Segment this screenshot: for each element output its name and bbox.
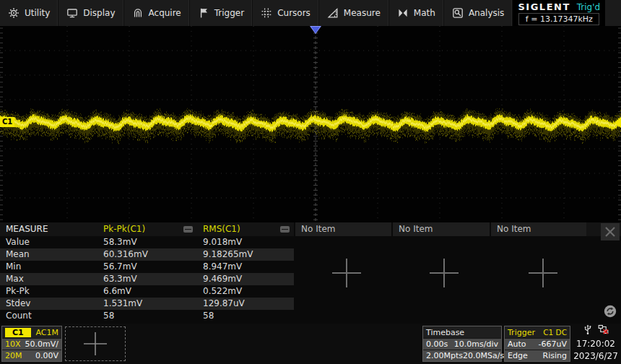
display-icon	[66, 7, 78, 19]
measure-value: 1.531mV	[97, 298, 197, 310]
remove-measurement-button[interactable]	[183, 226, 193, 233]
measure-value: 56.7mV	[97, 261, 197, 273]
trigger-level-marker[interactable]	[615, 118, 621, 128]
measure-row-stdev: Stdev1.531mV129.87uV	[0, 298, 621, 310]
menu-item-label: Analysis	[469, 8, 504, 18]
timebase-sample-rate: 20.0MSa/s	[463, 351, 504, 360]
waveform-screen[interactable]: C1	[0, 26, 621, 222]
measure-value	[294, 236, 391, 248]
acquire-icon	[132, 7, 144, 19]
measure-row-label: Count	[0, 310, 97, 322]
empty-measurement-slot[interactable]: No Item	[391, 222, 490, 236]
measure-row-label: Max	[0, 273, 97, 285]
measure-header-row: MEASUREPk-Pk(C1)RMS(C1)No ItemNo ItemNo …	[0, 222, 621, 236]
measurement-column-label: No Item	[399, 224, 433, 234]
menu-item-label: Utility	[25, 8, 50, 18]
close-button[interactable]	[601, 223, 620, 240]
measure-row-value: Value58.3mV9.018mV	[0, 236, 621, 248]
measure-value: 0.522mV	[197, 285, 294, 298]
measure-value	[490, 236, 586, 248]
timebase-box[interactable]: Timebase 0.00s 10.0ms/div 2.00Mpts 20.0M…	[422, 326, 502, 362]
measure-value	[391, 310, 490, 322]
cursors-icon	[261, 7, 272, 19]
measure-value: 9.18265mV	[197, 248, 294, 261]
trigger-level: -667uV	[539, 339, 567, 349]
measure-value	[490, 310, 586, 322]
remove-measurement-button[interactable]	[280, 226, 290, 233]
menu-item-label: Cursors	[277, 8, 310, 18]
measure-row-label: Min	[0, 261, 97, 273]
measure-value	[490, 298, 586, 310]
channel-badge: C1	[5, 328, 31, 337]
menu-item-label: Trigger	[214, 8, 244, 18]
timebase-scale: 10.0ms/div	[454, 339, 498, 349]
measure-panel: MEASUREPk-Pk(C1)RMS(C1)No ItemNo ItemNo …	[0, 222, 621, 324]
menu-item-trigger[interactable]: Trigger	[190, 0, 253, 26]
menu-item-label: Measure	[344, 8, 381, 18]
system-status: 17:20:02 2023/6/27	[572, 324, 620, 363]
trigger-label: Trigger	[508, 328, 535, 337]
brand-block: SIGLENT Trig'd f = 13.17347kHz	[513, 0, 605, 26]
reset-statistics-button[interactable]	[604, 305, 617, 318]
measurement-column-label: No Item	[301, 224, 335, 234]
add-measurement-button[interactable]	[526, 256, 560, 290]
measurement-column-label: RMS(C1)	[203, 224, 240, 234]
measure-value: 58	[97, 310, 197, 322]
measurement-column-header[interactable]: RMS(C1)	[197, 222, 294, 236]
c1-waveform-trace	[0, 26, 621, 222]
frequency-readout: f = 13.17347kHz	[518, 13, 599, 25]
add-measurement-button[interactable]	[427, 256, 461, 290]
measure-value: 58	[197, 310, 294, 322]
add-measurement-button[interactable]	[330, 256, 363, 290]
measure-row-count: Count5858	[0, 310, 621, 322]
trigger-mode: Auto	[508, 339, 526, 349]
menu-item-cursors[interactable]: Cursors	[253, 0, 319, 26]
menu-item-utility[interactable]: Utility	[0, 0, 58, 26]
measure-row-label: Value	[0, 236, 97, 248]
measure-value	[294, 298, 391, 310]
channel-coupling: AC1M	[35, 328, 58, 337]
clock-date: 2023/6/27	[573, 351, 618, 362]
menu-item-acquire[interactable]: Acquire	[124, 0, 190, 26]
menu-bar: UtilityDisplayAcquireTriggerCursorsMeasu…	[0, 0, 621, 26]
oscilloscope-ui: UtilityDisplayAcquireTriggerCursorsMeasu…	[0, 0, 621, 364]
empty-measurement-slot[interactable]: No Item	[490, 222, 586, 236]
menu-item-math[interactable]: Math	[389, 0, 444, 26]
menu-item-label: Math	[414, 8, 435, 18]
measure-value: 129.87uV	[197, 298, 294, 310]
empty-measurement-slot[interactable]: No Item	[294, 222, 391, 236]
menu-item-measure[interactable]: Measure	[319, 0, 389, 26]
measure-row-label: Pk-Pk	[0, 285, 97, 298]
timebase-memory: 2.00Mpts	[426, 351, 463, 360]
menu-item-analysis[interactable]: Analysis	[444, 0, 513, 26]
measure-value: 58.3mV	[97, 236, 197, 248]
measure-row-label: Stdev	[0, 298, 97, 310]
measurement-column-header[interactable]: Pk-Pk(C1)	[97, 222, 197, 236]
channel-select[interactable]: C1	[605, 0, 621, 26]
math-icon	[397, 7, 409, 19]
measure-title: MEASURE	[0, 222, 97, 236]
timebase-delay: 0.00s	[426, 339, 448, 349]
add-channel-button[interactable]	[65, 326, 126, 361]
lan-error-icon	[598, 324, 609, 338]
timebase-label: Timebase	[426, 328, 464, 337]
channel-offset-marker[interactable]: C1	[0, 117, 14, 127]
trigger-box[interactable]: Trigger C1 DC Auto -667uV Edge Rising	[504, 326, 570, 362]
measure-value	[391, 298, 490, 310]
trigger-position-marker-inner	[311, 27, 320, 33]
measure-value: 9.469mV	[197, 273, 294, 285]
measure-value: 60.316mV	[97, 248, 197, 261]
menu-item-display[interactable]: Display	[58, 0, 123, 26]
siglent-logo: SIGLENT	[518, 1, 570, 12]
measure-value: 6.6mV	[97, 285, 197, 298]
trigger-slope: Rising	[543, 351, 567, 360]
trigger-status: Trig'd	[577, 2, 600, 12]
measurement-column-label: No Item	[497, 224, 531, 234]
trigger-flag-icon	[198, 7, 209, 19]
channel-c1-box[interactable]: C1 AC1M 10X 50.0mV/ 20M 0.00V	[1, 326, 62, 362]
channel-offset: 0.00V	[35, 351, 58, 360]
channel-volts-div: 50.0mV/	[25, 339, 58, 349]
menu-item-label: Display	[83, 8, 115, 18]
measure-icon	[327, 7, 339, 19]
usb-icon	[583, 324, 592, 338]
